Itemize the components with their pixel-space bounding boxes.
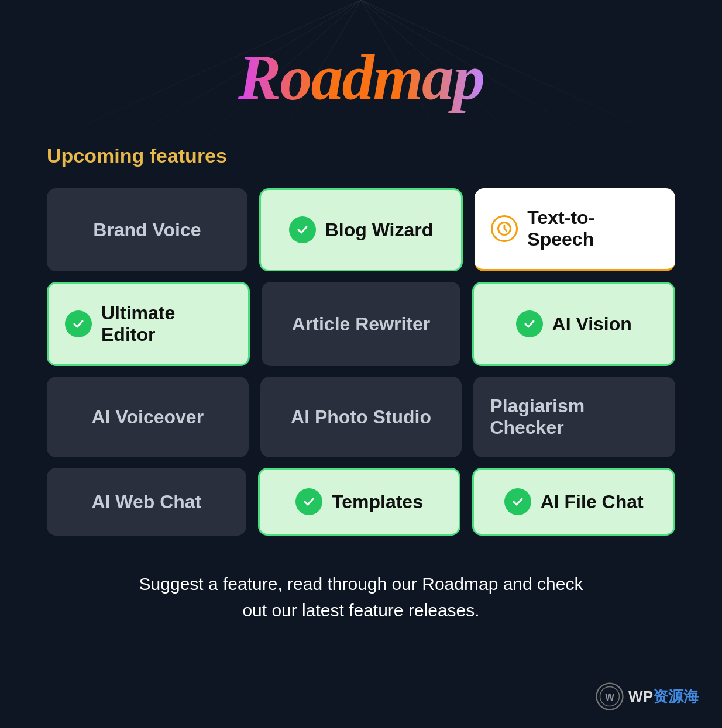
feature-row-3: AI Voiceover AI Photo Studio Plagiarism … bbox=[47, 377, 675, 457]
check-icon-ai-vision bbox=[516, 310, 543, 337]
feature-card-ultimate-editor[interactable]: Ultimate Editor bbox=[47, 282, 250, 366]
feature-label-ai-file-chat: AI File Chat bbox=[541, 491, 644, 513]
feature-card-ai-photo-studio[interactable]: AI Photo Studio bbox=[260, 377, 462, 457]
feature-label-ai-photo-studio: AI Photo Studio bbox=[291, 406, 431, 428]
svg-text:W: W bbox=[605, 692, 614, 702]
title-section: Roadmap bbox=[238, 41, 484, 115]
feature-row-4: AI Web Chat Templates AI File Chat bbox=[47, 468, 675, 536]
feature-card-plagiarism-checker[interactable]: Plagiarism Checker bbox=[473, 377, 675, 457]
feature-card-blog-wizard[interactable]: Blog Wizard bbox=[259, 188, 463, 271]
clock-icon-text-to-speech bbox=[491, 215, 518, 242]
check-icon-ultimate-editor bbox=[65, 310, 92, 337]
page-title: Roadmap bbox=[238, 41, 484, 115]
feature-card-templates[interactable]: Templates bbox=[258, 468, 461, 536]
feature-label-templates: Templates bbox=[332, 491, 423, 513]
feature-label-ai-voiceover: AI Voiceover bbox=[92, 406, 204, 428]
wordpress-icon: W bbox=[596, 682, 624, 710]
feature-row-1: Brand Voice Blog Wizard Text-to-Speec bbox=[47, 188, 675, 271]
feature-label-ai-vision: AI Vision bbox=[552, 313, 632, 335]
feature-card-brand-voice[interactable]: Brand Voice bbox=[47, 188, 247, 271]
feature-label-text-to-speech: Text-to-Speech bbox=[527, 207, 659, 250]
check-icon-blog-wizard bbox=[289, 216, 316, 243]
footer-text: Suggest a feature, read through our Road… bbox=[133, 571, 589, 623]
feature-card-article-rewriter[interactable]: Article Rewriter bbox=[262, 282, 461, 366]
feature-card-text-to-speech[interactable]: Text-to-Speech bbox=[475, 188, 675, 271]
feature-label-blog-wizard: Blog Wizard bbox=[325, 219, 434, 241]
features-grid: Brand Voice Blog Wizard Text-to-Speec bbox=[35, 188, 687, 536]
feature-label-ai-web-chat: AI Web Chat bbox=[91, 491, 201, 513]
check-icon-ai-file-chat bbox=[504, 488, 531, 515]
feature-label-article-rewriter: Article Rewriter bbox=[292, 313, 431, 335]
feature-card-ai-vision[interactable]: AI Vision bbox=[472, 282, 675, 366]
page-container: Roadmap Upcoming features Brand Voice Bl… bbox=[0, 0, 722, 728]
feature-card-ai-web-chat[interactable]: AI Web Chat bbox=[47, 468, 246, 536]
feature-label-plagiarism-checker: Plagiarism Checker bbox=[490, 395, 659, 439]
feature-card-ai-file-chat[interactable]: AI File Chat bbox=[472, 468, 675, 536]
watermark: W WP资源海 bbox=[596, 682, 699, 710]
feature-row-2: Ultimate Editor Article Rewriter AI Visi… bbox=[47, 282, 675, 366]
feature-label-ultimate-editor: Ultimate Editor bbox=[101, 302, 232, 346]
feature-label-brand-voice: Brand Voice bbox=[93, 219, 201, 241]
feature-card-ai-voiceover[interactable]: AI Voiceover bbox=[47, 377, 249, 457]
check-icon-templates bbox=[295, 488, 322, 515]
watermark-label: WP资源海 bbox=[628, 686, 699, 707]
